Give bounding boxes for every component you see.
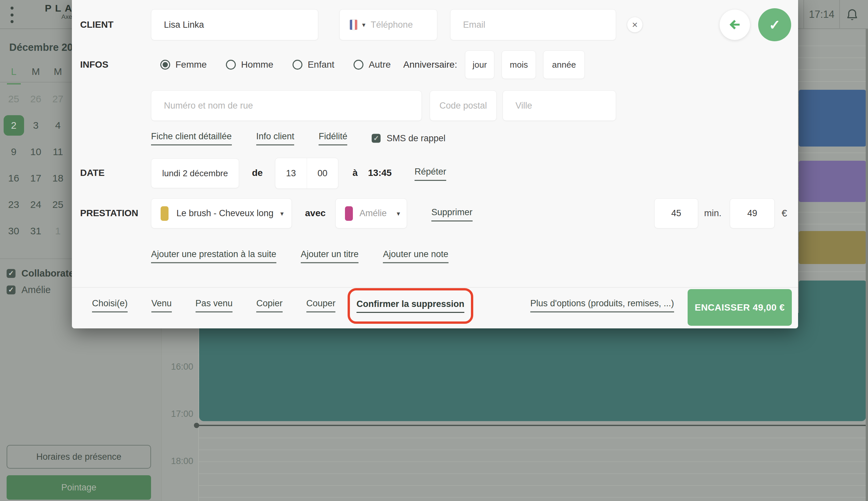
- checkbox-checked-icon: [7, 269, 15, 278]
- radio-icon: [353, 60, 363, 70]
- to-label: à: [353, 168, 358, 178]
- collaborator-amelie-toggle[interactable]: Amélie: [7, 285, 51, 295]
- calendar-day[interactable]: 3: [25, 112, 47, 139]
- vertical-scrollbar[interactable]: [866, 29, 868, 501]
- sms-reminder-toggle[interactable]: SMS de rappel: [372, 133, 446, 143]
- city-input[interactable]: Ville: [503, 90, 616, 121]
- checkbox-checked-icon: [7, 286, 15, 295]
- client-info-link[interactable]: Info client: [256, 131, 295, 146]
- gender-radio-enfant[interactable]: Enfant: [293, 60, 334, 70]
- calendar-day[interactable]: 27: [47, 86, 69, 112]
- calendar-day[interactable]: 1: [47, 218, 69, 244]
- chevron-down-icon[interactable]: ▾: [362, 21, 365, 29]
- calendar-day[interactable]: 4: [47, 112, 69, 139]
- zip-placeholder: Code postal: [439, 101, 487, 111]
- street-input[interactable]: Numéro et nom de rue: [151, 90, 422, 121]
- delete-prestation-link[interactable]: Supprimer: [431, 207, 473, 222]
- calendar-day[interactable]: 17: [25, 165, 47, 191]
- calendar-day[interactable]: 16: [3, 165, 25, 191]
- date-picker[interactable]: lundi 2 décembre: [151, 158, 239, 188]
- bell-icon[interactable]: [844, 7, 860, 23]
- date-row-label: DATE: [80, 168, 105, 178]
- birthday-month-input[interactable]: mois: [502, 51, 536, 79]
- radio-label: Autre: [369, 60, 391, 70]
- checkout-button[interactable]: ENCAISSER 49,00 €: [688, 289, 792, 326]
- collaborators-group-toggle[interactable]: Collaborate: [7, 268, 74, 279]
- minute-input[interactable]: 00: [307, 158, 338, 189]
- collaborators-label: Collaborate: [21, 268, 74, 279]
- client-detail-link[interactable]: Fiche client détaillée: [151, 131, 232, 146]
- current-time-line: [198, 425, 868, 426]
- current-time-dot: [194, 423, 199, 428]
- footer-status-links: Choisi(e) Venu Pas venu Copier Couper: [92, 298, 336, 312]
- infos-row-label: INFOS: [80, 60, 109, 70]
- appointment-block-blue[interactable]: [799, 90, 866, 147]
- date-value: lundi 2 décembre: [162, 168, 228, 179]
- radio-checked-icon: [160, 60, 170, 70]
- birthday-day-input[interactable]: jour: [465, 51, 494, 79]
- calendar-day[interactable]: 30: [3, 218, 25, 244]
- add-prestation-link[interactable]: Ajouter une prestation à la suite: [151, 249, 276, 263]
- presence-hours-button[interactable]: Horaires de présence: [7, 445, 151, 469]
- staff-select[interactable]: Amélie ▾: [336, 198, 407, 228]
- kebab-menu-icon[interactable]: [10, 7, 14, 23]
- gender-radio-femme[interactable]: Femme: [160, 60, 207, 70]
- zip-input[interactable]: Code postal: [430, 90, 497, 121]
- radio-icon: [226, 60, 236, 70]
- repeat-link[interactable]: Répéter: [415, 167, 446, 181]
- calendar-day[interactable]: 26: [25, 86, 47, 112]
- appointment-block-purple[interactable]: [799, 161, 866, 202]
- add-title-link[interactable]: Ajouter un titre: [301, 249, 359, 263]
- duration-input[interactable]: 45: [654, 198, 698, 228]
- app-logo-subtitle: Axe: [61, 13, 72, 20]
- pointage-button[interactable]: Pointage: [7, 475, 151, 500]
- status-came-link[interactable]: Venu: [151, 298, 172, 312]
- french-flag-icon[interactable]: [350, 20, 358, 30]
- calendar-day[interactable]: 9: [3, 139, 25, 165]
- calendar-day[interactable]: 31: [25, 218, 47, 244]
- back-button[interactable]: [719, 10, 750, 40]
- client-name-value: Lisa Linka: [164, 20, 204, 30]
- calendar-day[interactable]: 25: [47, 191, 69, 218]
- cut-link[interactable]: Couper: [306, 298, 336, 312]
- time-label: 16:00: [162, 362, 193, 372]
- calendar-day[interactable]: 18: [47, 165, 69, 191]
- appointment-block-olive[interactable]: [799, 231, 866, 264]
- client-name-input[interactable]: Lisa Linka: [151, 9, 318, 40]
- confirm-delete-link[interactable]: Confirmer la suppression: [356, 299, 464, 313]
- validate-button[interactable]: ✓: [758, 8, 791, 41]
- loyalty-link[interactable]: Fidélité: [319, 131, 347, 146]
- calendar-day[interactable]: 10: [25, 139, 47, 165]
- gender-radio-autre[interactable]: Autre: [353, 60, 391, 70]
- calendar-day[interactable]: 25: [3, 86, 25, 112]
- gender-radio-homme[interactable]: Homme: [226, 60, 273, 70]
- status-noshow-link[interactable]: Pas venu: [196, 298, 233, 312]
- calendar-day[interactable]: 23: [3, 191, 25, 218]
- hour-input[interactable]: 13: [275, 158, 307, 189]
- add-note-link[interactable]: Ajouter une note: [383, 249, 448, 263]
- clear-client-button[interactable]: ×: [627, 17, 642, 32]
- chevron-down-icon: ▾: [397, 210, 400, 217]
- more-options-link[interactable]: Plus d'options (produits, remises, ...): [530, 298, 674, 312]
- with-label: avec: [305, 208, 326, 218]
- copy-link[interactable]: Copier: [256, 298, 283, 312]
- mini-calendar-month: Décembre 202: [9, 42, 78, 53]
- calendar-day[interactable]: 24: [25, 191, 47, 218]
- service-select[interactable]: Le brush - Cheveux long ▾: [151, 198, 292, 228]
- phone-placeholder: Téléphone: [371, 20, 413, 30]
- time-label: 18:00: [162, 456, 193, 466]
- phone-input[interactable]: ▾ Téléphone: [339, 9, 437, 40]
- radio-label: Homme: [241, 60, 273, 70]
- weekday-label: L: [3, 66, 25, 77]
- birthday-year-input[interactable]: année: [543, 51, 585, 79]
- email-input[interactable]: Email: [450, 9, 616, 40]
- appointment-block-teal[interactable]: [199, 313, 866, 421]
- calendar-day-selected[interactable]: 2: [3, 112, 25, 139]
- calendar-day[interactable]: 11: [47, 139, 69, 165]
- time-label: 17:00: [162, 409, 193, 419]
- from-label: de: [252, 168, 263, 178]
- status-chosen-link[interactable]: Choisi(e): [92, 298, 128, 312]
- staff-color-swatch: [345, 206, 353, 221]
- price-input[interactable]: 49: [730, 198, 775, 228]
- city-placeholder: Ville: [515, 101, 532, 111]
